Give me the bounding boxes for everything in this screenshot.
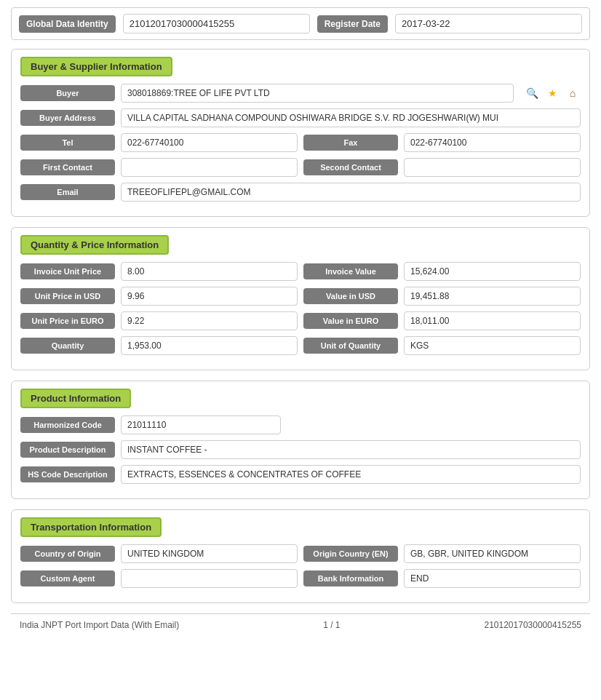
fax-value: 022-67740100 — [404, 133, 581, 152]
euro-row: Unit Price in EURO 9.22 Value in EURO 18… — [20, 311, 581, 330]
value-euro-label: Value in EURO — [303, 313, 398, 329]
quantity-row: Quantity 1,953.00 Unit of Quantity KGS — [20, 336, 581, 355]
email-row: Email TREEOFLIFEPL@GMAIL.COM — [20, 183, 581, 202]
register-date-value: 2017-03-22 — [395, 14, 582, 33]
footer-right: 21012017030000415255 — [485, 620, 581, 630]
buyer-address-row: Buyer Address VILLA CAPITAL SADHANA COMP… — [20, 108, 581, 127]
footer-left: India JNPT Port Import Data (With Email) — [20, 620, 179, 630]
bank-info-label: Bank Information — [303, 570, 398, 586]
hs-code-desc-row: HS Code Description EXTRACTS, ESSENCES &… — [20, 465, 581, 484]
unit-price-usd-value: 9.96 — [121, 287, 298, 306]
buyer-value: 308018869:TREE OF LIFE PVT LTD — [121, 84, 514, 103]
global-data-identity-label: Global Data Identity — [19, 15, 116, 33]
buyer-label: Buyer — [20, 85, 115, 101]
value-usd-value: 19,451.88 — [404, 287, 581, 306]
product-info-section: Product Information Harmonized Code 2101… — [11, 381, 590, 499]
search-icon[interactable]: 🔍 — [524, 85, 540, 101]
country-origin-row: Country of Origin UNITED KINGDOM Origin … — [20, 544, 581, 563]
contact-row: First Contact Second Contact — [20, 158, 581, 177]
quantity-label: Quantity — [20, 338, 115, 354]
product-desc-row: Product Description INSTANT COFFEE - — [20, 440, 581, 459]
custom-bank-row: Custom Agent Bank Information END — [20, 569, 581, 588]
custom-agent-value — [121, 569, 298, 588]
invoice-unit-price-label: Invoice Unit Price — [20, 263, 115, 279]
home-icon[interactable]: ⌂ — [565, 85, 581, 101]
origin-country-en-label: Origin Country (EN) — [303, 546, 398, 562]
star-icon[interactable]: ★ — [544, 85, 560, 101]
email-value: TREEOFLIFEPL@GMAIL.COM — [121, 183, 581, 202]
usd-row: Unit Price in USD 9.96 Value in USD 19,4… — [20, 287, 581, 306]
buyer-row: Buyer 308018869:TREE OF LIFE PVT LTD 🔍 ★… — [20, 84, 581, 103]
tel-fax-row: Tel 022-67740100 Fax 022-67740100 — [20, 133, 581, 152]
email-label: Email — [20, 184, 115, 200]
invoice-row: Invoice Unit Price 8.00 Invoice Value 15… — [20, 262, 581, 281]
first-contact-label: First Contact — [20, 159, 115, 175]
unit-price-euro-label: Unit Price in EURO — [20, 313, 115, 329]
transport-section: Transportation Information Country of Or… — [11, 509, 590, 603]
custom-agent-label: Custom Agent — [20, 570, 115, 586]
transport-title: Transportation Information — [20, 517, 162, 537]
register-date-label: Register Date — [317, 15, 388, 33]
second-contact-value — [404, 158, 581, 177]
product-info-title: Product Information — [20, 389, 131, 408]
invoice-unit-price-value: 8.00 — [121, 262, 298, 281]
hs-code-desc-value: EXTRACTS, ESSENCES & CONCENTRATES OF COF… — [121, 465, 581, 484]
invoice-value-value: 15,624.00 — [404, 262, 581, 281]
harmonized-code-row: Harmonized Code 21011110 — [20, 415, 581, 434]
country-of-origin-value: UNITED KINGDOM — [121, 544, 298, 563]
unit-of-quantity-value: KGS — [404, 336, 581, 355]
value-euro-value: 18,011.00 — [404, 311, 581, 330]
hs-code-desc-label: HS Code Description — [20, 466, 115, 482]
harmonized-code-label: Harmonized Code — [20, 417, 115, 433]
quantity-price-section: Quantity & Price Information Invoice Uni… — [11, 227, 590, 370]
origin-country-en-value: GB, GBR, UNITED KINGDOM — [404, 544, 581, 563]
fax-label: Fax — [303, 135, 398, 151]
bank-info-value: END — [404, 569, 581, 588]
footer-center: 1 / 1 — [323, 620, 340, 630]
product-desc-label: Product Description — [20, 442, 115, 458]
invoice-value-label: Invoice Value — [303, 263, 398, 279]
buyer-address-value: VILLA CAPITAL SADHANA COMPOUND OSHIWARA … — [121, 108, 581, 127]
tel-value: 022-67740100 — [121, 133, 298, 152]
unit-of-quantity-label: Unit of Quantity — [303, 338, 398, 354]
buyer-icons: 🔍 ★ ⌂ — [524, 85, 581, 101]
buyer-supplier-section: Buyer & Supplier Information Buyer 30801… — [11, 49, 590, 217]
footer-bar: India JNPT Port Import Data (With Email)… — [11, 613, 590, 636]
global-data-identity-value: 21012017030000415255 — [123, 14, 310, 33]
harmonized-code-value: 21011110 — [121, 415, 281, 434]
unit-price-usd-label: Unit Price in USD — [20, 288, 115, 304]
second-contact-label: Second Contact — [303, 159, 398, 175]
buyer-address-label: Buyer Address — [20, 110, 115, 126]
buyer-supplier-title: Buyer & Supplier Information — [20, 57, 172, 76]
tel-label: Tel — [20, 135, 115, 151]
value-usd-label: Value in USD — [303, 288, 398, 304]
quantity-price-title: Quantity & Price Information — [20, 235, 169, 255]
country-of-origin-label: Country of Origin — [20, 546, 115, 562]
quantity-value: 1,953.00 — [121, 336, 298, 355]
product-desc-value: INSTANT COFFEE - — [121, 440, 581, 459]
first-contact-value — [121, 158, 298, 177]
unit-price-euro-value: 9.22 — [121, 311, 298, 330]
